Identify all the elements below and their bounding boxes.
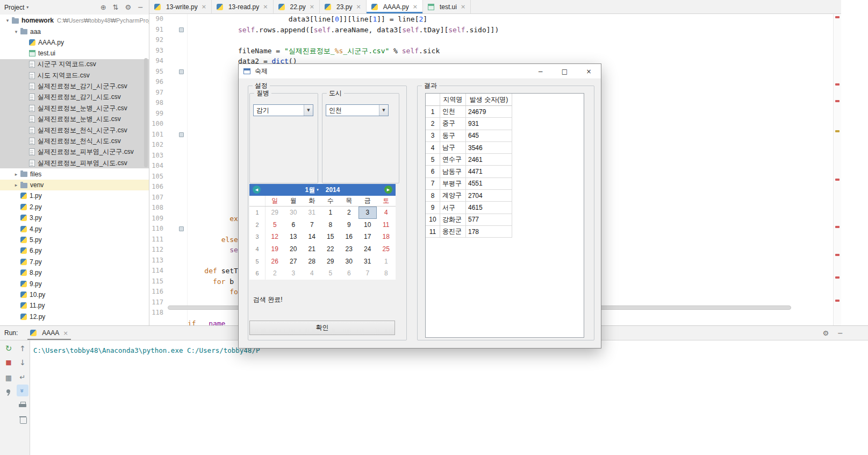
region-cell[interactable]: 계양구: [440, 190, 466, 202]
region-cell[interactable]: 인천: [440, 106, 466, 118]
row-index-cell[interactable]: 8: [426, 190, 440, 202]
tree-item[interactable]: 10.py: [0, 289, 149, 300]
gutter-marker-icon[interactable]: [179, 27, 184, 32]
calendar-day-cell[interactable]: 1: [321, 207, 340, 219]
tree-item[interactable]: 실제진료정보_감기_시군구.csv: [0, 81, 149, 91]
region-cell[interactable]: 부평구: [440, 178, 466, 190]
hide-panel-icon[interactable]: −: [837, 329, 843, 337]
calendar-day-cell[interactable]: 3: [358, 207, 377, 219]
stripe-mark[interactable]: [835, 83, 840, 86]
calendar-day-cell[interactable]: 8: [377, 267, 396, 280]
calendar-day-cell[interactable]: 31: [358, 255, 377, 267]
calendar-day-cell[interactable]: 30: [340, 255, 358, 267]
calendar-day-cell[interactable]: 29: [321, 255, 340, 267]
region-cell[interactable]: 남구: [440, 142, 466, 154]
calendar-day-cell[interactable]: 11: [377, 219, 396, 231]
count-cell[interactable]: 178: [466, 226, 512, 238]
disease-combobox[interactable]: 감기 ▼: [253, 104, 313, 116]
chevron-right-icon[interactable]: ▸: [12, 172, 20, 177]
tree-item[interactable]: 12.py: [0, 311, 149, 322]
tree-item[interactable]: 실제진료정보_천식_시군구.csv: [0, 125, 149, 136]
gear-icon[interactable]: ⚙: [125, 3, 131, 11]
editor-tab[interactable]: AAAA.py×: [367, 0, 423, 13]
up-stack-trace-button[interactable]: ↑: [17, 343, 28, 354]
region-cell[interactable]: 강화군: [440, 214, 466, 226]
console-output[interactable]: C:\Users\tobby48\Anaconda3\python.exe C:…: [33, 346, 260, 354]
calendar-day-cell[interactable]: 28: [303, 255, 321, 267]
close-tab-icon[interactable]: ×: [356, 3, 361, 10]
calendar-day-cell[interactable]: 23: [340, 243, 358, 255]
tree-item[interactable]: AAAA.py: [0, 37, 149, 48]
count-cell[interactable]: 3546: [466, 142, 512, 154]
row-index-cell[interactable]: 4: [426, 142, 440, 154]
soft-wrap-button[interactable]: ↵: [17, 371, 28, 383]
calendar-day-cell[interactable]: 5: [266, 219, 284, 231]
down-stack-trace-button[interactable]: ↓: [17, 357, 28, 368]
stripe-mark[interactable]: [835, 300, 840, 302]
calendar-day-cell[interactable]: 7: [303, 219, 321, 231]
calendar-day-cell[interactable]: 1: [377, 255, 396, 267]
collapse-all-icon[interactable]: ⇅: [113, 3, 119, 11]
gutter-marker-icon[interactable]: [179, 132, 184, 137]
tree-item[interactable]: 5.py: [0, 234, 149, 245]
calendar-day-cell[interactable]: 10: [358, 219, 377, 231]
calendar-day-cell[interactable]: 16: [340, 231, 358, 243]
confirm-button[interactable]: 확인: [249, 321, 395, 335]
calendar-day-cell[interactable]: 6: [284, 219, 303, 231]
calendar-day-cell[interactable]: 4: [377, 207, 396, 219]
close-tab-icon[interactable]: ×: [461, 3, 465, 10]
calendar-day-cell[interactable]: 15: [321, 231, 340, 243]
editor-tab[interactable]: 22.py×: [274, 0, 320, 13]
tree-item[interactable]: 실제진료정보_피부염_시도.csv: [0, 158, 149, 168]
close-tab-icon[interactable]: ×: [413, 3, 418, 10]
row-index-cell[interactable]: 9: [426, 202, 440, 214]
count-cell[interactable]: 931: [466, 118, 512, 130]
calendar-day-cell[interactable]: 18: [377, 231, 396, 243]
hide-panel-icon[interactable]: −: [138, 3, 144, 11]
tree-item[interactable]: 실제진료정보_피부염_시군구.csv: [0, 147, 149, 158]
editor-tab[interactable]: 23.py×: [320, 0, 367, 13]
clear-all-button[interactable]: [17, 414, 28, 425]
tree-item[interactable]: 실제진료정보_감기_시도.csv: [0, 92, 149, 103]
calendar-day-cell[interactable]: 24: [358, 243, 377, 255]
count-cell[interactable]: 4551: [466, 178, 512, 190]
calendar-day-cell[interactable]: 22: [321, 243, 340, 255]
calendar-day-cell[interactable]: 30: [284, 207, 303, 219]
row-index-cell[interactable]: 5: [426, 154, 440, 166]
tree-item[interactable]: 실제진료정보_눈병_시군구.csv: [0, 103, 149, 113]
count-cell[interactable]: 577: [466, 214, 512, 226]
code-line[interactable]: 93 fileName = "실제진료정보_%s_시군구.csv" % self…: [149, 46, 833, 56]
column-header[interactable]: 지역명: [440, 94, 466, 106]
stripe-mark[interactable]: [835, 276, 840, 279]
restore-layout-button[interactable]: ▦: [3, 372, 15, 383]
row-index-cell[interactable]: 1: [426, 106, 440, 118]
calendar-day-cell[interactable]: 12: [266, 231, 284, 243]
close-tab-icon[interactable]: ×: [63, 330, 68, 337]
editor-tab[interactable]: 13-write.py×: [149, 0, 212, 13]
calendar-day-cell[interactable]: 29: [266, 207, 284, 219]
tree-item[interactable]: 1.py: [0, 190, 149, 201]
tree-item[interactable]: 6.py: [0, 245, 149, 256]
calendar-day-cell[interactable]: 13: [284, 231, 303, 243]
chevron-down-icon[interactable]: ▾: [12, 29, 20, 34]
stripe-mark[interactable]: [835, 179, 840, 181]
stop-button[interactable]: ■: [3, 357, 15, 368]
count-cell[interactable]: 4615: [466, 202, 512, 214]
tree-item[interactable]: 11.py: [0, 300, 149, 311]
count-cell[interactable]: 24679: [466, 106, 512, 118]
tree-item[interactable]: ▸files: [0, 168, 149, 179]
minimize-button[interactable]: −: [528, 64, 553, 79]
stripe-mark[interactable]: [835, 130, 840, 132]
calendar-day-cell[interactable]: 2: [266, 267, 284, 280]
run-tab[interactable]: AAAA ×: [26, 326, 71, 340]
dialog-titlebar[interactable]: 숙제 −□×: [239, 64, 601, 79]
row-index-cell[interactable]: 6: [426, 166, 440, 177]
calendar-day-cell[interactable]: 20: [284, 243, 303, 255]
count-cell[interactable]: 4471: [466, 166, 512, 177]
maximize-button[interactable]: □: [553, 64, 577, 79]
calendar-day-cell[interactable]: 25: [377, 243, 396, 255]
calendar-day-cell[interactable]: 31: [303, 207, 321, 219]
editor-tab[interactable]: 13-read.py×: [212, 0, 274, 13]
code-line[interactable]: 90 data3[line[0]][line[1]] = line[2]: [149, 14, 833, 25]
tree-item[interactable]: test.ui: [0, 48, 149, 59]
